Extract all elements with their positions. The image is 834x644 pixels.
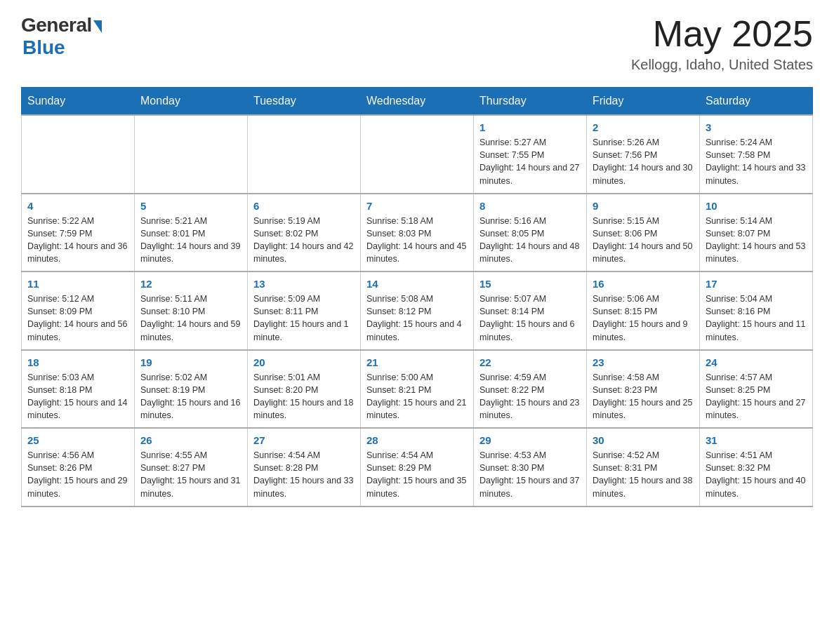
calendar-cell: 20Sunrise: 5:01 AM Sunset: 8:20 PM Dayli… (248, 350, 361, 429)
calendar-cell: 3Sunrise: 5:24 AM Sunset: 7:58 PM Daylig… (700, 115, 813, 194)
day-number: 28 (366, 434, 468, 446)
calendar-header-row: SundayMondayTuesdayWednesdayThursdayFrid… (22, 88, 813, 116)
day-number: 8 (479, 200, 581, 212)
day-number: 18 (27, 356, 128, 368)
day-info: Sunrise: 4:54 AM Sunset: 8:29 PM Dayligh… (366, 449, 468, 500)
day-number: 30 (593, 434, 694, 446)
day-info: Sunrise: 5:27 AM Sunset: 7:55 PM Dayligh… (479, 136, 581, 187)
day-info: Sunrise: 5:03 AM Sunset: 8:18 PM Dayligh… (27, 371, 128, 422)
calendar-cell: 1Sunrise: 5:27 AM Sunset: 7:55 PM Daylig… (474, 115, 587, 194)
calendar-cell: 6Sunrise: 5:19 AM Sunset: 8:02 PM Daylig… (248, 194, 361, 272)
day-number: 14 (366, 278, 468, 290)
day-info: Sunrise: 5:19 AM Sunset: 8:02 PM Dayligh… (253, 215, 355, 266)
calendar-header-thursday: Thursday (474, 88, 587, 116)
day-number: 23 (593, 356, 694, 368)
day-number: 20 (253, 356, 355, 368)
calendar-cell: 29Sunrise: 4:53 AM Sunset: 8:30 PM Dayli… (474, 428, 587, 507)
calendar-cell: 11Sunrise: 5:12 AM Sunset: 8:09 PM Dayli… (22, 271, 135, 350)
day-number: 6 (253, 200, 355, 212)
day-info: Sunrise: 4:59 AM Sunset: 8:22 PM Dayligh… (479, 371, 581, 422)
day-info: Sunrise: 5:06 AM Sunset: 8:15 PM Dayligh… (593, 293, 694, 344)
calendar-cell (22, 115, 135, 194)
day-number: 27 (253, 434, 355, 446)
day-number: 2 (593, 121, 694, 133)
day-info: Sunrise: 4:52 AM Sunset: 8:31 PM Dayligh… (593, 449, 694, 500)
calendar-week-row: 4Sunrise: 5:22 AM Sunset: 7:59 PM Daylig… (22, 194, 813, 272)
day-number: 1 (479, 121, 581, 133)
calendar-cell: 21Sunrise: 5:00 AM Sunset: 8:21 PM Dayli… (361, 350, 474, 429)
calendar-cell: 26Sunrise: 4:55 AM Sunset: 8:27 PM Dayli… (135, 428, 248, 507)
day-info: Sunrise: 4:56 AM Sunset: 8:26 PM Dayligh… (27, 449, 128, 500)
calendar-header-sunday: Sunday (22, 88, 135, 116)
calendar-table: SundayMondayTuesdayWednesdayThursdayFrid… (21, 87, 813, 507)
calendar-cell: 14Sunrise: 5:08 AM Sunset: 8:12 PM Dayli… (361, 271, 474, 350)
day-number: 31 (706, 434, 807, 446)
day-number: 12 (140, 278, 241, 290)
calendar-cell: 22Sunrise: 4:59 AM Sunset: 8:22 PM Dayli… (474, 350, 587, 429)
calendar-cell: 28Sunrise: 4:54 AM Sunset: 8:29 PM Dayli… (361, 428, 474, 507)
calendar-cell: 5Sunrise: 5:21 AM Sunset: 8:01 PM Daylig… (135, 194, 248, 272)
day-number: 5 (140, 200, 241, 212)
location-text: Kellogg, Idaho, United States (631, 57, 813, 73)
calendar-header-wednesday: Wednesday (361, 88, 474, 116)
calendar-cell: 25Sunrise: 4:56 AM Sunset: 8:26 PM Dayli… (22, 428, 135, 507)
day-info: Sunrise: 5:00 AM Sunset: 8:21 PM Dayligh… (366, 371, 468, 422)
calendar-cell: 8Sunrise: 5:16 AM Sunset: 8:05 PM Daylig… (474, 194, 587, 272)
calendar-cell: 16Sunrise: 5:06 AM Sunset: 8:15 PM Dayli… (587, 271, 700, 350)
day-info: Sunrise: 5:09 AM Sunset: 8:11 PM Dayligh… (253, 293, 355, 344)
calendar-cell: 19Sunrise: 5:02 AM Sunset: 8:19 PM Dayli… (135, 350, 248, 429)
calendar-cell: 27Sunrise: 4:54 AM Sunset: 8:28 PM Dayli… (248, 428, 361, 507)
calendar-cell: 2Sunrise: 5:26 AM Sunset: 7:56 PM Daylig… (587, 115, 700, 194)
calendar-cell: 23Sunrise: 4:58 AM Sunset: 8:23 PM Dayli… (587, 350, 700, 429)
page-header: General Blue May 2025 Kellogg, Idaho, Un… (21, 14, 813, 73)
calendar-cell: 30Sunrise: 4:52 AM Sunset: 8:31 PM Dayli… (587, 428, 700, 507)
calendar-cell (135, 115, 248, 194)
day-number: 21 (366, 356, 468, 368)
title-section: May 2025 Kellogg, Idaho, United States (631, 14, 813, 73)
calendar-cell: 7Sunrise: 5:18 AM Sunset: 8:03 PM Daylig… (361, 194, 474, 272)
day-info: Sunrise: 5:18 AM Sunset: 8:03 PM Dayligh… (366, 215, 468, 266)
day-info: Sunrise: 5:04 AM Sunset: 8:16 PM Dayligh… (706, 293, 807, 344)
day-number: 25 (27, 434, 128, 446)
calendar-header-monday: Monday (135, 88, 248, 116)
calendar-cell: 9Sunrise: 5:15 AM Sunset: 8:06 PM Daylig… (587, 194, 700, 272)
calendar-cell: 31Sunrise: 4:51 AM Sunset: 8:32 PM Dayli… (700, 428, 813, 507)
logo: General Blue (21, 14, 102, 59)
day-number: 3 (706, 121, 807, 133)
calendar-cell: 10Sunrise: 5:14 AM Sunset: 8:07 PM Dayli… (700, 194, 813, 272)
day-info: Sunrise: 5:11 AM Sunset: 8:10 PM Dayligh… (140, 293, 241, 344)
day-number: 15 (479, 278, 581, 290)
month-year-title: May 2025 (631, 14, 813, 54)
day-number: 17 (706, 278, 807, 290)
day-info: Sunrise: 4:53 AM Sunset: 8:30 PM Dayligh… (479, 449, 581, 500)
calendar-week-row: 25Sunrise: 4:56 AM Sunset: 8:26 PM Dayli… (22, 428, 813, 507)
calendar-cell: 24Sunrise: 4:57 AM Sunset: 8:25 PM Dayli… (700, 350, 813, 429)
calendar-cell (361, 115, 474, 194)
calendar-cell: 18Sunrise: 5:03 AM Sunset: 8:18 PM Dayli… (22, 350, 135, 429)
day-number: 11 (27, 278, 128, 290)
day-info: Sunrise: 4:57 AM Sunset: 8:25 PM Dayligh… (706, 371, 807, 422)
day-info: Sunrise: 4:51 AM Sunset: 8:32 PM Dayligh… (706, 449, 807, 500)
calendar-cell: 4Sunrise: 5:22 AM Sunset: 7:59 PM Daylig… (22, 194, 135, 272)
day-number: 10 (706, 200, 807, 212)
calendar-cell: 13Sunrise: 5:09 AM Sunset: 8:11 PM Dayli… (248, 271, 361, 350)
calendar-header-saturday: Saturday (700, 88, 813, 116)
day-number: 13 (253, 278, 355, 290)
day-number: 7 (366, 200, 468, 212)
day-info: Sunrise: 5:08 AM Sunset: 8:12 PM Dayligh… (366, 293, 468, 344)
day-number: 19 (140, 356, 241, 368)
logo-arrow-icon (93, 20, 102, 33)
day-info: Sunrise: 4:55 AM Sunset: 8:27 PM Dayligh… (140, 449, 241, 500)
logo-general-text: General (21, 14, 92, 36)
calendar-week-row: 1Sunrise: 5:27 AM Sunset: 7:55 PM Daylig… (22, 115, 813, 194)
day-number: 22 (479, 356, 581, 368)
day-info: Sunrise: 4:54 AM Sunset: 8:28 PM Dayligh… (253, 449, 355, 500)
day-info: Sunrise: 5:15 AM Sunset: 8:06 PM Dayligh… (593, 215, 694, 266)
day-number: 29 (479, 434, 581, 446)
calendar-cell: 12Sunrise: 5:11 AM Sunset: 8:10 PM Dayli… (135, 271, 248, 350)
day-number: 9 (593, 200, 694, 212)
day-info: Sunrise: 4:58 AM Sunset: 8:23 PM Dayligh… (593, 371, 694, 422)
day-info: Sunrise: 5:02 AM Sunset: 8:19 PM Dayligh… (140, 371, 241, 422)
calendar-cell (248, 115, 361, 194)
calendar-header-friday: Friday (587, 88, 700, 116)
